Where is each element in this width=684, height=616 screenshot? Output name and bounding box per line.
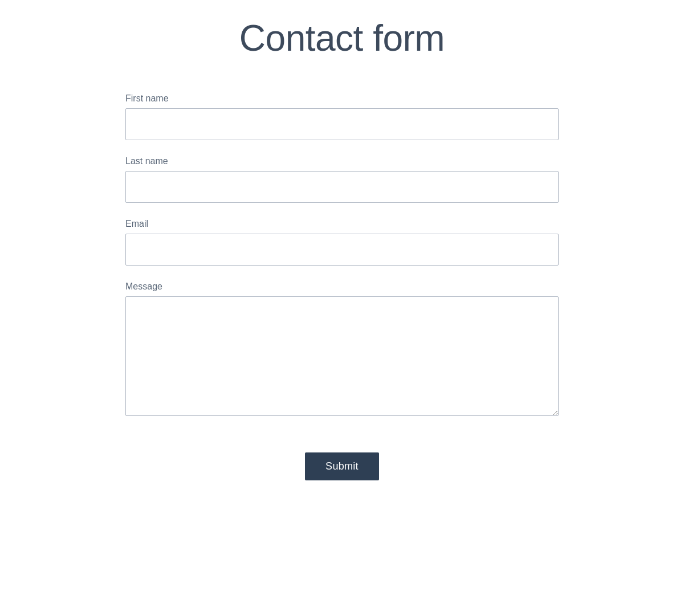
page-container: Contact form First name Last name Email … xyxy=(0,0,684,497)
email-input[interactable] xyxy=(125,234,559,266)
message-input[interactable] xyxy=(125,296,559,416)
email-group: Email xyxy=(125,219,559,266)
contact-form: First name Last name Email Message Submi… xyxy=(71,93,613,480)
message-label: Message xyxy=(125,282,559,292)
last-name-group: Last name xyxy=(125,156,559,203)
submit-container: Submit xyxy=(125,452,559,480)
email-label: Email xyxy=(125,219,559,229)
first-name-input[interactable] xyxy=(125,108,559,140)
page-title: Contact form xyxy=(0,17,684,59)
first-name-group: First name xyxy=(125,93,559,140)
last-name-label: Last name xyxy=(125,156,559,166)
first-name-label: First name xyxy=(125,93,559,104)
message-group: Message xyxy=(125,282,559,418)
last-name-input[interactable] xyxy=(125,171,559,203)
submit-button[interactable]: Submit xyxy=(305,452,379,480)
